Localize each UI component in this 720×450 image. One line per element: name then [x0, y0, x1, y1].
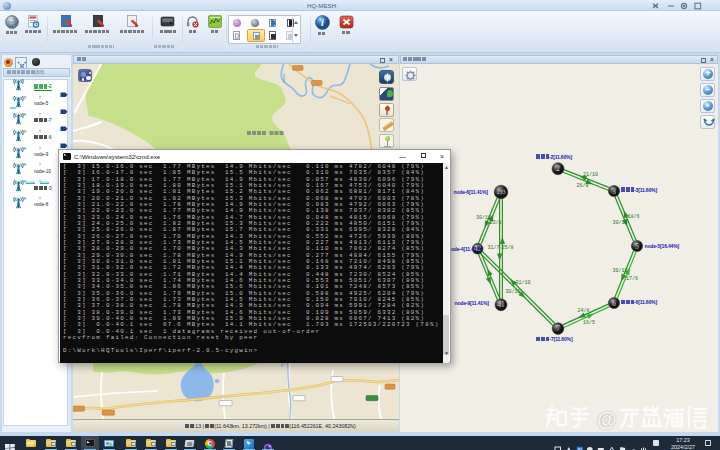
svg-text:7: 7 — [556, 325, 560, 333]
svg-text:30/10: 30/10 — [613, 268, 628, 274]
svg-text:i: i — [321, 17, 324, 28]
svg-text:18/6: 18/6 — [628, 214, 640, 220]
svg-text:16/5: 16/5 — [583, 320, 595, 326]
svg-text:41: 41 — [497, 301, 505, 309]
svg-text:21/10: 21/10 — [583, 172, 598, 178]
svg-text:2: 2 — [556, 165, 560, 173]
svg-text:133: 133 — [497, 189, 506, 195]
svg-text:31/10: 31/10 — [516, 280, 531, 286]
svg-text:N: N — [577, 447, 581, 450]
svg-text:23/8: 23/8 — [490, 220, 502, 226]
svg-text:24/8: 24/8 — [578, 308, 590, 314]
svg-text:25/8: 25/8 — [502, 245, 514, 251]
svg-text:6: 6 — [612, 300, 616, 308]
svg-text:30/10: 30/10 — [506, 289, 521, 295]
svg-text:30/10: 30/10 — [613, 220, 628, 226]
svg-text:5: 5 — [635, 243, 639, 251]
svg-text:26/8: 26/8 — [577, 183, 589, 189]
svg-text:17/6: 17/6 — [626, 276, 638, 282]
svg-text:3: 3 — [612, 188, 616, 196]
svg-text:31/7: 31/7 — [488, 245, 500, 251]
